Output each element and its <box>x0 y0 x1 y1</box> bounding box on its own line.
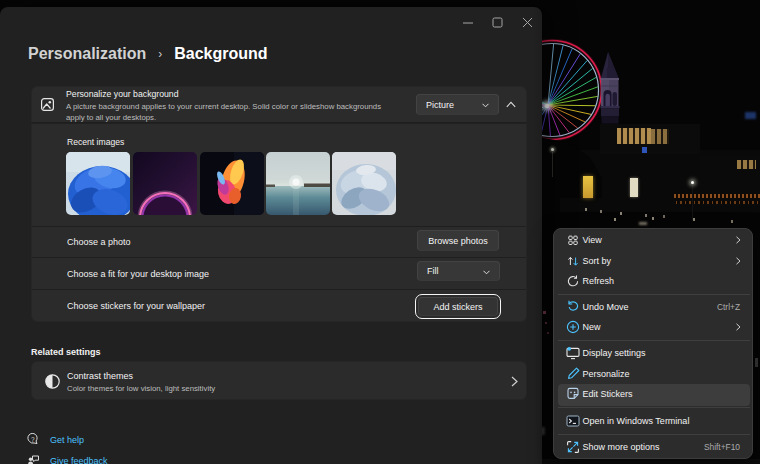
svg-text:?: ? <box>31 436 35 443</box>
